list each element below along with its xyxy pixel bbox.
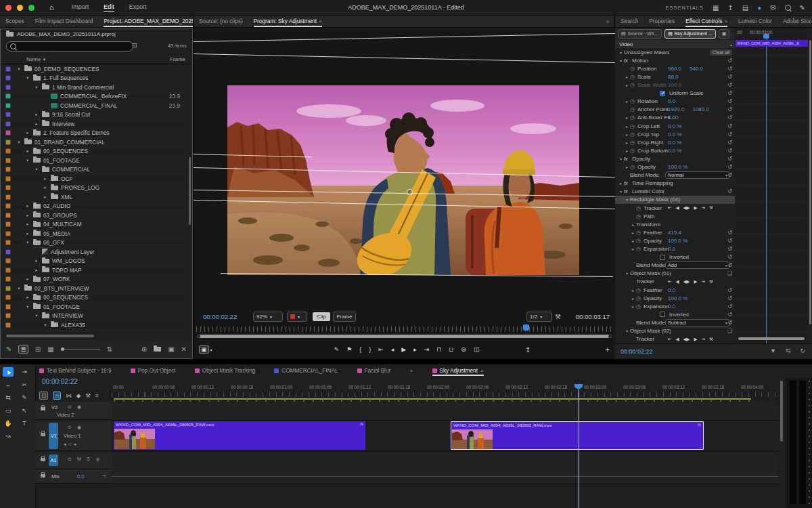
label-chip[interactable] [5, 213, 11, 218]
property-value[interactable]: 960.0 [668, 66, 681, 72]
property-value[interactable]: 0.0 % [668, 148, 681, 154]
reset-icon[interactable]: ↺ [727, 238, 732, 244]
work-area-bar[interactable] [114, 398, 751, 400]
reset-icon[interactable]: ↺ [727, 287, 732, 293]
bin-row[interactable]: ▸9:16 Social Cut [1, 110, 188, 121]
twirl-icon[interactable]: ▾ [43, 322, 48, 328]
timeline-clip[interactable]: WKND_COM_MID_A004_A036L_080505_RAW.mov f… [114, 421, 365, 450]
step-forward-icon[interactable]: ▶ [694, 205, 697, 211]
twirl-icon[interactable]: ▾ [624, 197, 630, 202]
twirl-icon[interactable]: ▾ [34, 85, 39, 90]
label-chip[interactable] [5, 304, 11, 310]
reset-icon[interactable]: ↺ [727, 90, 732, 96]
add-marker-icon[interactable]: ⚑ [346, 346, 352, 353]
effects-playhead-line[interactable] [766, 39, 767, 343]
stopwatch-icon[interactable]: ◷ [630, 131, 637, 137]
stopwatch-icon[interactable]: ◷ [636, 238, 644, 244]
checkbox[interactable] [660, 312, 665, 317]
timeline-vertical-scrollbar[interactable] [780, 381, 783, 442]
settings-wrench-icon[interactable]: ⚒ [555, 313, 561, 320]
bin-row[interactable]: ▸00_SEQUENCES [1, 293, 188, 303]
tracker-settings-icon[interactable]: ⚒ [709, 279, 713, 284]
clear-all-button[interactable]: Clear all [710, 49, 732, 56]
mark-out-icon[interactable]: } [369, 346, 371, 353]
reset-icon[interactable]: ↺ [727, 164, 732, 170]
property-value[interactable]: 0.0 [668, 98, 675, 104]
automate-to-sequence-icon[interactable]: ⊕ [141, 345, 147, 353]
mask-guide-line[interactable] [194, 200, 615, 209]
export-icon[interactable]: ↥ [525, 346, 531, 354]
collapse-icon[interactable]: ▴ [730, 42, 732, 47]
play-icon[interactable]: ▶ [401, 346, 406, 353]
reset-icon[interactable]: ↺ [727, 262, 732, 268]
track-name[interactable]: Video 1 [64, 433, 81, 439]
proxy-toggle-dropdown[interactable]: ▾ [287, 312, 307, 322]
step-forward-icon[interactable]: ▶ [694, 337, 697, 342]
go-to-out-icon[interactable]: ⇥ [424, 346, 430, 353]
sequence-tab-commercial-final[interactable]: COMMERCIAL_FINAL [274, 366, 338, 376]
mask-list-icon[interactable]: ❏ [727, 270, 732, 276]
reset-icon[interactable]: ↺ [727, 156, 732, 162]
label-chip[interactable] [5, 93, 11, 99]
bin-row[interactable]: Adjustment Layer [1, 247, 188, 257]
property-value[interactable]: 0.00 [668, 114, 679, 121]
label-chip[interactable] [5, 286, 11, 291]
reset-icon[interactable]: ↺ [727, 98, 732, 104]
reset-icon[interactable]: ↺ [727, 172, 732, 178]
type-tool[interactable]: T [19, 419, 30, 428]
checkbox[interactable] [660, 255, 665, 260]
reset-icon[interactable]: ↺ [727, 303, 732, 310]
tracker-settings-icon[interactable]: ⚒ [709, 337, 713, 342]
overflow-icon[interactable]: » [606, 18, 609, 25]
label-chip[interactable] [5, 140, 11, 145]
label-chip[interactable] [5, 240, 11, 245]
label-chip[interactable] [5, 276, 11, 282]
track-v1-content[interactable]: WKND_COM_MID_A004_A036L_080505_RAW.mov f… [112, 421, 778, 452]
go-to-in-icon[interactable]: ⇤ [668, 337, 671, 342]
reset-icon[interactable]: ↺ [727, 66, 732, 72]
stopwatch-icon[interactable]: ◷ [636, 230, 644, 236]
program-mini-ruler[interactable] [196, 326, 612, 332]
twirl-icon[interactable]: ▸ [34, 121, 39, 127]
pen-tool[interactable]: ✎ [19, 393, 30, 402]
icon-view-button[interactable]: ⊞ [35, 345, 41, 353]
mask-vertex-handle[interactable] [407, 189, 413, 195]
label-chip[interactable] [5, 221, 11, 227]
tab-lumetri-color[interactable]: Lumetri Color [738, 16, 772, 27]
twirl-icon[interactable]: ▸ [630, 238, 636, 243]
blend-mode-dropdown[interactable]: Normal▾ [665, 171, 730, 179]
pen-icon[interactable]: ✎ [334, 346, 340, 353]
lock-icon[interactable] [41, 458, 45, 461]
minimize-window-button[interactable] [17, 5, 23, 11]
effect-row-rectangle-mask-04[interactable]: ▾Rectangle Mask (04) [615, 196, 735, 204]
timeline-settings-icon[interactable]: ⚒ [85, 392, 91, 399]
twirl-icon[interactable]: ▸ [25, 148, 30, 154]
twirl-icon[interactable]: ▸ [618, 181, 624, 186]
twirl-icon[interactable]: ▸ [630, 222, 636, 227]
workspaces-icon[interactable]: ▦ [713, 4, 719, 12]
layout-icon[interactable]: ▤ [742, 4, 748, 12]
property-value[interactable]: 0.0 % [668, 123, 681, 129]
effect-row-unassigned-masks[interactable]: ▾Unassigned MasksClear all [615, 48, 735, 56]
step-back-icon[interactable]: ◀ [675, 337, 679, 342]
hand-tool[interactable]: ✋ [3, 419, 14, 428]
ripple-edit-tool[interactable]: ↔ [3, 380, 14, 389]
effect-row-opacity[interactable]: ▸◷Opacity100.0 %↺ [615, 163, 735, 171]
bin-row[interactable]: ▾01_FOOTAGE [1, 302, 188, 312]
track-name[interactable]: Video 2 [57, 412, 74, 418]
effect-row-time-remapping[interactable]: ▸fxTime Remapping [615, 179, 735, 188]
frame-button[interactable]: Frame [333, 312, 356, 322]
reset-icon[interactable]: ↺ [727, 123, 732, 129]
search-box[interactable] [6, 41, 133, 51]
twirl-icon[interactable]: ▾ [25, 304, 30, 310]
sequence-tab-pop-out-object[interactable]: Pop Out Object [131, 366, 176, 376]
property-value[interactable]: 100.0 % [668, 164, 687, 170]
tab-program-sky-adjustment[interactable]: Program: Sky Adjustment× [254, 16, 322, 27]
stopwatch-icon[interactable]: ◷ [630, 164, 637, 170]
slip-tool[interactable]: ⇆ [3, 393, 14, 402]
tree-vertical-scrollbar[interactable] [189, 157, 191, 225]
twirl-icon[interactable]: ▾ [16, 66, 22, 72]
tab-project-adobe-max-demo-20251011a[interactable]: Project: ADOBE_MAX_DEMO_20251011A× [104, 16, 193, 27]
twirl-icon[interactable]: ▾ [618, 156, 624, 161]
twirl-icon[interactable]: ▾ [624, 329, 630, 333]
